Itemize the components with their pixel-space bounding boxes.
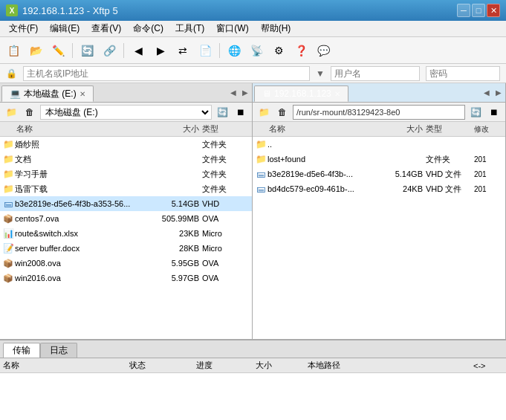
right-header-name: 名称 xyxy=(254,123,370,135)
remote-path-input[interactable] xyxy=(293,105,465,120)
left-file-item[interactable]: 📦 centos7.ova 505.99MB OVA xyxy=(0,211,252,226)
close-button[interactable]: ✕ xyxy=(487,4,500,17)
file-type: 文件夹 xyxy=(426,154,474,165)
left-stop[interactable]: ⏹ xyxy=(233,105,249,120)
folder-icon: 📁 xyxy=(254,138,267,150)
left-tab-close[interactable]: ✕ xyxy=(80,90,85,98)
right-nav-prev[interactable]: ◀ xyxy=(481,88,492,97)
menu-bar: 文件(F) 编辑(E) 查看(V) 命令(C) 工具(T) 窗口(W) 帮助(H… xyxy=(0,21,506,37)
transfer-headers: 名称 状态 进度 大小 本地路径 <-> xyxy=(0,358,506,373)
file-name: 婚纱照 xyxy=(15,139,146,150)
menu-file[interactable]: 文件(F) xyxy=(3,21,44,36)
toolbar-ftp[interactable]: 📡 xyxy=(246,40,267,61)
maximize-button[interactable]: □ xyxy=(472,4,485,17)
left-file-item[interactable]: 📦 win2008.ova 5.95GB OVA xyxy=(0,256,252,271)
toolbar-refresh[interactable]: 🔄 xyxy=(77,40,97,61)
right-delete[interactable]: 🗑 xyxy=(274,105,291,120)
left-new-folder[interactable]: 📁 xyxy=(3,105,19,120)
file-type: VHD 文件 xyxy=(426,169,474,180)
right-new-folder[interactable]: 📁 xyxy=(256,105,272,120)
left-panel: 💻 本地磁盘 (E:) ✕ ◀ ▶ 📁 🗑 本地磁盘 (E:) 🔄 ⏹ 名称 大… xyxy=(0,83,253,339)
toolbar-globe[interactable]: 🌐 xyxy=(224,40,244,61)
file-size: 23KB xyxy=(146,229,202,238)
left-file-item[interactable]: 📁 文档 文件夹 xyxy=(0,152,252,167)
toolbar-copy[interactable]: 📄 xyxy=(195,40,215,61)
toolbar-help[interactable]: ❓ xyxy=(291,40,311,61)
left-file-list[interactable]: 📁 婚纱照 文件夹 📁 文档 文件夹 📁 学习手册 文件夹 📁 迅雷下载 xyxy=(0,137,252,339)
right-file-list[interactable]: 📁 .. 📁 lost+found 文件夹 201 🖴 b3e2819e-d5e… xyxy=(253,137,505,339)
left-file-headers: 名称 大小 类型 xyxy=(0,122,252,137)
toolbar-pencil[interactable]: ✏️ xyxy=(48,40,68,61)
left-file-item[interactable]: 📊 route&switch.xlsx 23KB Micro xyxy=(0,226,252,241)
toolbar-open[interactable]: 📂 xyxy=(25,40,46,61)
username-input[interactable] xyxy=(331,66,420,81)
toolbar-forward[interactable]: ▶ xyxy=(150,40,171,61)
right-tab-close[interactable]: ✕ xyxy=(334,90,340,98)
right-tab[interactable]: 🖥 192.168.1.123 ✕ xyxy=(254,85,348,102)
file-name: route&switch.xlsx xyxy=(15,229,146,238)
left-header-size: 大小 xyxy=(146,123,202,135)
toolbar-connect[interactable]: 🔗 xyxy=(99,40,120,61)
left-nav-next[interactable]: ▶ xyxy=(240,88,250,97)
left-file-item[interactable]: 📁 学习手册 文件夹 xyxy=(0,167,252,181)
file-type: 文件夹 xyxy=(202,154,250,165)
left-delete[interactable]: 🗑 xyxy=(22,105,38,120)
right-file-item[interactable]: 📁 .. xyxy=(253,137,505,152)
minimize-button[interactable]: ─ xyxy=(457,4,470,17)
file-date: 201 xyxy=(474,155,504,164)
right-file-item[interactable]: 🖴 bd4dc579-ec09-461b-... 24KB VHD 文件 201 xyxy=(253,181,505,196)
left-nav-prev[interactable]: ◀ xyxy=(228,88,239,97)
host-input[interactable] xyxy=(23,66,310,81)
ova-icon: 📦 xyxy=(1,257,15,269)
user-label: ▼ xyxy=(316,68,325,79)
vhd-icon: 🖴 xyxy=(1,198,15,210)
toolbar-settings[interactable]: ⚙ xyxy=(268,40,289,61)
toolbar-chat[interactable]: 💬 xyxy=(313,40,334,61)
file-type: VHD 文件 xyxy=(426,184,474,195)
toolbar-back[interactable]: ◀ xyxy=(128,40,149,61)
left-tab[interactable]: 💻 本地磁盘 (E:) ✕ xyxy=(1,85,94,102)
file-name: centos7.ova xyxy=(15,214,146,223)
left-file-item[interactable]: 📝 server buffer.docx 28KB Micro xyxy=(0,241,252,256)
file-size: 5.97GB xyxy=(146,274,202,282)
toolbar-sync[interactable]: ⇄ xyxy=(172,40,193,61)
left-file-item[interactable]: 📁 婚纱照 文件夹 xyxy=(0,137,252,152)
file-size: 24KB xyxy=(370,184,426,193)
tab-log[interactable]: 日志 xyxy=(40,343,77,358)
th-name: 名称 xyxy=(3,360,129,371)
left-tab-icon: 💻 xyxy=(10,88,21,99)
lock-icon: 🔒 xyxy=(6,68,17,79)
menu-edit[interactable]: 编辑(E) xyxy=(44,21,85,36)
right-file-item[interactable]: 🖴 b3e2819e-d5e6-4f3b-... 5.14GB VHD 文件 2… xyxy=(253,167,505,181)
folder-icon: 📁 xyxy=(1,183,15,195)
folder-icon: 📁 xyxy=(1,168,15,180)
right-stop[interactable]: ⏹ xyxy=(486,105,502,120)
file-date: 201 xyxy=(474,170,504,178)
toolbar-new-session[interactable]: 📋 xyxy=(3,40,24,61)
right-refresh[interactable]: 🔄 xyxy=(467,105,484,120)
file-type: OVA xyxy=(202,214,250,223)
right-nav-next[interactable]: ▶ xyxy=(493,88,504,97)
right-panel-toolbar: 📁 🗑 🔄 ⏹ xyxy=(253,103,505,122)
menu-window[interactable]: 窗口(W) xyxy=(210,21,254,36)
left-file-item[interactable]: 🖴 b3e2819e-d5e6-4f3b-a353-56... 5.14GB V… xyxy=(0,196,252,211)
file-type: VHD xyxy=(202,199,250,208)
title-bar: X 192.168.1.123 - Xftp 5 ─ □ ✕ xyxy=(0,0,506,21)
bottom-area: 传输 日志 名称 状态 进度 大小 本地路径 <-> xyxy=(0,340,506,420)
left-refresh[interactable]: 🔄 xyxy=(214,105,230,120)
drive-select[interactable]: 本地磁盘 (E:) xyxy=(40,105,212,120)
left-file-item[interactable]: 📁 迅雷下载 文件夹 xyxy=(0,181,252,196)
right-header-date: 修改 xyxy=(474,124,504,135)
file-type: OVA xyxy=(202,259,250,268)
tab-transfer[interactable]: 传输 xyxy=(3,343,40,358)
left-file-item[interactable]: 📦 win2016.ova 5.97GB OVA xyxy=(0,271,252,285)
file-size: 5.95GB xyxy=(146,259,202,268)
menu-view[interactable]: 查看(V) xyxy=(85,21,127,36)
file-name: bd4dc579-ec09-461b-... xyxy=(267,184,370,193)
right-file-item[interactable]: 📁 lost+found 文件夹 201 xyxy=(253,152,505,167)
password-input[interactable] xyxy=(426,66,500,81)
menu-tools[interactable]: 工具(T) xyxy=(169,21,210,36)
menu-help[interactable]: 帮助(H) xyxy=(255,21,297,36)
menu-command[interactable]: 命令(C) xyxy=(127,21,169,36)
right-panel: 🖥 192.168.1.123 ✕ ◀ ▶ 📁 🗑 🔄 ⏹ 名称 大小 类型 修… xyxy=(253,83,506,339)
